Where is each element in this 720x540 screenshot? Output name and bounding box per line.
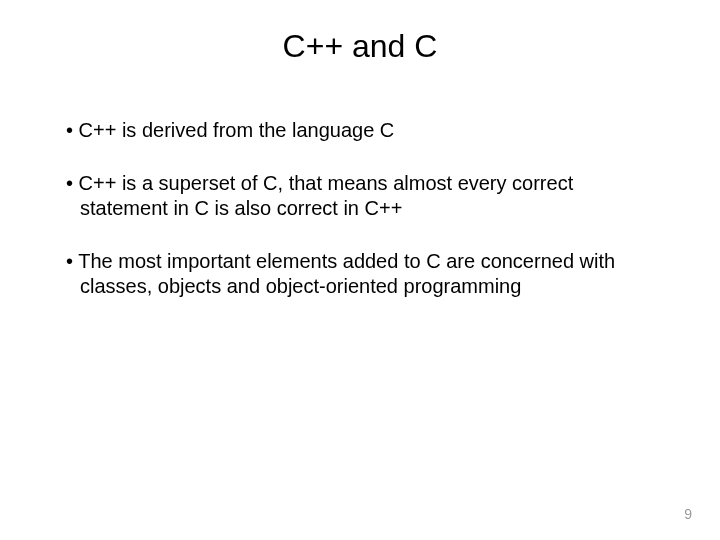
- page-number: 9: [684, 506, 692, 522]
- bullet-icon: •: [66, 250, 78, 272]
- bullet-text: The most important elements added to C a…: [78, 250, 615, 297]
- bullet-item: • C++ is a superset of C, that means alm…: [66, 171, 660, 221]
- bullet-text: C++ is a superset of C, that means almos…: [79, 172, 574, 219]
- bullet-icon: •: [66, 119, 79, 141]
- slide: C++ and C • C++ is derived from the lang…: [0, 0, 720, 540]
- bullet-text: C++ is derived from the language C: [79, 119, 395, 141]
- slide-body: • C++ is derived from the language C • C…: [66, 118, 660, 327]
- slide-title: C++ and C: [0, 28, 720, 65]
- bullet-icon: •: [66, 172, 79, 194]
- bullet-item: • C++ is derived from the language C: [66, 118, 660, 143]
- bullet-item: • The most important elements added to C…: [66, 249, 660, 299]
